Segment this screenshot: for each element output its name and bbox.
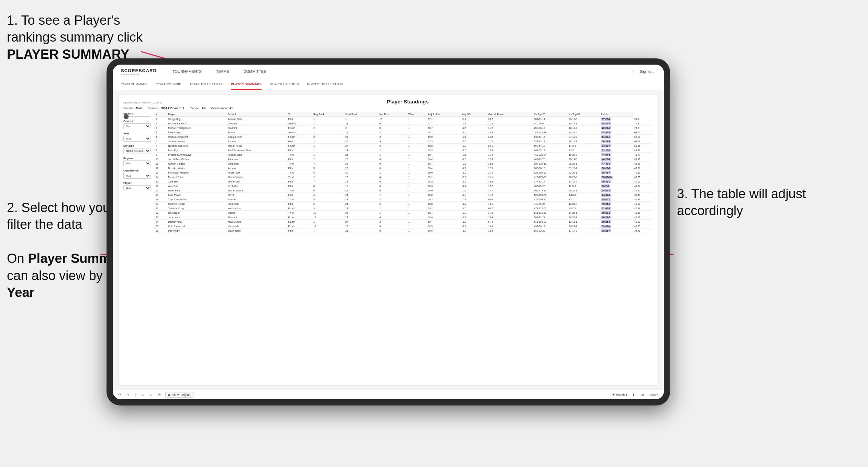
sub-team-h2h-heatmap[interactable]: TEAM H2H HEATMAP (190, 79, 223, 90)
th-wins: Wins (407, 112, 426, 117)
clock-btn[interactable]: ⏱ (157, 392, 163, 397)
filter-division-value: NCAA Division I (161, 107, 184, 110)
th-points: Points (600, 112, 633, 117)
filters-row: Gender: Men Division: NCAA Division I Re… (123, 107, 653, 110)
table-row: 17David FordNorth CarolinaThird6290169.0… (154, 188, 653, 193)
filter-region-group: Region: All (190, 107, 206, 110)
points-cell: 57-23-0 (601, 118, 611, 121)
nav-right: | Sign out (633, 69, 656, 74)
table-row: 25Cole SherwoodVanderbiltFourth12230168.… (154, 224, 653, 229)
player-section: Player (All) (123, 181, 151, 191)
year-filter-label: Year (123, 132, 151, 135)
points-cell: 12-16-3 (601, 149, 611, 152)
year-select[interactable]: (All) First Second Third Fourth Fifth (123, 136, 151, 142)
table-row: 16Alex GoffKentuckyFifth8190168.3-1.71.9… (154, 184, 653, 188)
division-select[interactable]: NCAA Division I NCAA Division II NCAA Di… (123, 148, 151, 154)
table-row: 11Gordon SargentVanderbiltThird4210168.7… (154, 162, 653, 166)
view-icon: ▣ (168, 393, 171, 397)
export-btn[interactable]: ⬆ (631, 392, 636, 397)
region-section: Region N/A All (123, 157, 151, 166)
points-cell: 44-64-6 (601, 153, 611, 156)
step-back-btn[interactable]: ⟨ (133, 392, 137, 397)
region-select[interactable]: N/A All (123, 160, 151, 166)
table-row: 15Jake HallTennesseeFifth7180168.5-1.51.… (154, 179, 653, 184)
toolbar-right: 👁 Watch ▾ ⬆ ⊞ Share (612, 392, 660, 397)
copy-btn[interactable]: ⊞ (140, 392, 146, 397)
player-select[interactable]: (All) (123, 185, 151, 191)
points-cell: 35-16-4 (601, 122, 611, 125)
conference-section: Conference (All) (123, 169, 151, 179)
nav-tournaments[interactable]: TOURNAMENTS (170, 65, 204, 79)
points-cell: 49-35-9 (601, 202, 611, 205)
gender-filter-label: Gender (123, 120, 151, 123)
points-cell: 50-19-9 (601, 140, 611, 143)
nav-committee[interactable]: COMMITTEE (242, 65, 268, 79)
logo-sub: Powered by clipp (121, 73, 157, 76)
points-cell: 50-18-6 (601, 167, 611, 170)
standings-table: # Player School Yr Reg Rank Conf Rank No… (154, 112, 653, 233)
table-row: 23Jack LundinMissouriFourth11240168.6-2.… (154, 215, 653, 220)
points-cell: 24-10-4 (601, 144, 611, 147)
watch-eye-icon: 👁 (612, 393, 615, 397)
no-rds-section: No Rds. (123, 112, 151, 117)
share-btn[interactable]: Share (649, 392, 660, 397)
main-content: Update time: 27/03/2024 16:56:26 Player … (113, 90, 664, 390)
nav-bar: SCOREBOARD Powered by clipp TOURNAMENTS … (113, 65, 664, 79)
no-rds-slider[interactable] (123, 116, 151, 117)
grid-btn[interactable]: ⊞ (640, 392, 645, 397)
sub-player-summary[interactable]: PLAYER SUMMARY (231, 79, 261, 90)
redo-btn[interactable]: ↪ (125, 392, 131, 397)
paste-btn[interactable]: ⊟ (148, 392, 154, 397)
table-row: 5Christo LamprechtGeorgia TechFourth2212… (154, 135, 653, 139)
panel-title: Player Standings (387, 99, 429, 104)
update-time: Update time: 27/03/2024 16:56:26 (123, 101, 162, 104)
points-cell: 21-42-9 (601, 207, 611, 210)
th-overall: Overall Record (487, 112, 533, 117)
logo-title: SCOREBOARD (121, 68, 157, 73)
sub-player-h2h-heatmap[interactable]: PLAYER H2H HEATMAP (307, 79, 344, 90)
filter-conference-group: Conference: All (211, 107, 233, 110)
sub-nav: TEAM SUMMARY TEAM H2H GRID TEAM H2H HEAT… (113, 79, 664, 90)
nav-teams[interactable]: TEAMS (214, 65, 231, 79)
conference-select[interactable]: (All) (123, 173, 151, 179)
watch-label: Watch (616, 393, 625, 397)
table-row: 2Michael La SassoOle MissSecond1180167.1… (154, 121, 653, 126)
filter-gender-value: Men (136, 107, 142, 110)
table-header-row: # Player School Yr Reg Rank Conf Rank No… (154, 112, 653, 117)
table-row: 18Luke PowellUCLAFirst4241168.0-1.81.135… (154, 193, 653, 197)
sub-player-h2h-grid[interactable]: PLAYER H2H GRID (270, 79, 299, 90)
points-cell: 29-38-2 (601, 211, 611, 214)
nav-pipe: | (633, 70, 634, 74)
panel-header: Update time: 27/03/2024 16:56:26 Player … (123, 99, 653, 104)
gender-section: Gender Men Women (123, 120, 151, 129)
division-section: Division NCAA Division I NCAA Division I… (123, 144, 151, 154)
sub-team-h2h-grid[interactable]: TEAM H2H GRID (156, 79, 181, 90)
content-panel: Update time: 27/03/2024 16:56:26 Player … (118, 94, 658, 386)
view-label: View: Original (172, 393, 191, 397)
points-cell: 63-54-6 (601, 131, 611, 134)
points-cell: 44-26-8 (601, 158, 611, 161)
table-row: 21Taehoon SongWashingtonFourth5231169.2-… (154, 206, 653, 211)
points-cell: 61-20-3 (601, 135, 611, 138)
table-row: 1Wenyi DingArizona StateFirst1115167.1-3… (154, 117, 653, 121)
annotation-1: 1. To see a Player's rankings summary cl… (7, 12, 172, 63)
logo-area: SCOREBOARD Powered by clipp (121, 68, 157, 76)
watch-btn[interactable]: 👁 Watch ▾ (612, 393, 627, 397)
filter-region-value: All (202, 107, 206, 110)
gender-select[interactable]: Men Women (123, 123, 151, 129)
sub-team-summary[interactable]: TEAM SUMMARY (121, 79, 147, 90)
filter-gender-label: Gender: (123, 107, 135, 110)
nav-signout[interactable]: Sign out (638, 69, 656, 74)
th-avg-sg: Avg SG (461, 112, 487, 117)
view-original-btn[interactable]: ▣ View: Original (165, 392, 193, 398)
filter-conference-label: Conference: (211, 107, 228, 110)
filter-region-label: Region: (190, 107, 200, 110)
th-yr: Yr (287, 112, 312, 117)
undo-btn[interactable]: ↩ (117, 392, 122, 397)
table-row: 19Tiger ChristensenArizonaThird5232169.2… (154, 197, 653, 202)
th-reg-rank: Reg Rank (312, 112, 344, 117)
table-row: 12Brendan ValdesAuburnFifth5270168.4-4.1… (154, 166, 653, 170)
points-cell: 47-40-3 (601, 162, 611, 165)
tablet-device: SCOREBOARD Powered by clipp TOURNAMENTS … (107, 58, 670, 405)
table-row: 10Jacob Skov OlesenArkansasFifth1250168.… (154, 157, 653, 162)
